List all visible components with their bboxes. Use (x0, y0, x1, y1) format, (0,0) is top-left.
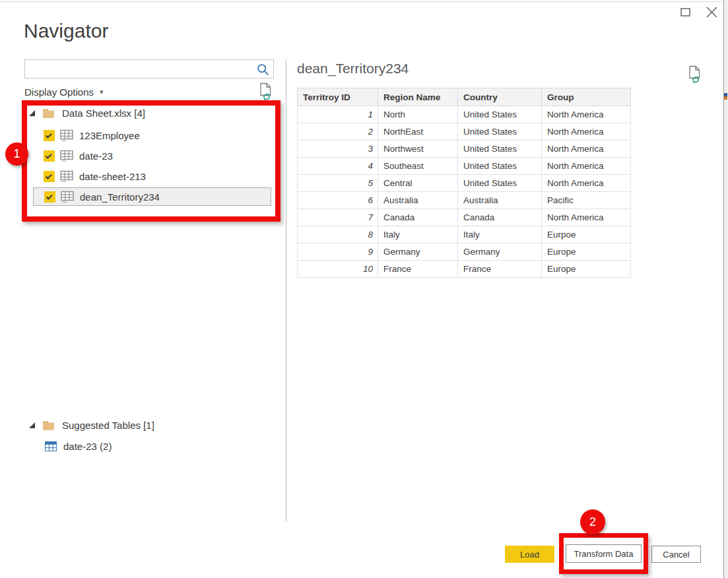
window-right-edge (723, 0, 728, 578)
annotation-badge-step1: 1 (5, 143, 28, 166)
column-header-country: Country (458, 88, 542, 106)
tree-item-date-23-suggested[interactable]: date-23 (2) (45, 441, 112, 452)
cell-country: Canada (458, 209, 542, 226)
page-title: Navigator (24, 20, 108, 42)
close-icon (706, 6, 718, 18)
table-row: 10 France France Europe (298, 261, 631, 278)
column-header-region-name: Region Name (378, 88, 458, 106)
cell-territory-id: 8 (298, 226, 378, 243)
table-row: 8 Italy Italy Eurpoe (298, 226, 631, 243)
cell-region-name: Australia (378, 192, 458, 209)
cell-region-name: France (378, 261, 458, 278)
chevron-down-icon: ▾ (100, 88, 104, 96)
cell-territory-id: 10 (298, 261, 378, 278)
search-input[interactable] (29, 61, 253, 77)
cell-group: Europe (542, 243, 631, 261)
window-top-border (0, 1, 723, 2)
cell-territory-id: 6 (298, 192, 378, 209)
expand-collapse-icon[interactable] (29, 422, 35, 428)
column-header-territory-id: Territroy ID (298, 88, 378, 106)
preview-title: dean_Territory234 (297, 61, 409, 77)
cell-region-name: Canada (378, 209, 458, 226)
cell-region-name: Southeast (378, 158, 458, 175)
display-options-label: Display Options (24, 86, 94, 98)
cell-territory-id: 3 (298, 141, 378, 158)
column-header-group: Group (542, 88, 631, 106)
annotation-badge-step2: 2 (580, 509, 605, 534)
table-row: 9 Germany Germany Europe (298, 243, 631, 261)
preview-table: Territroy ID Region Name Country Group 1… (297, 88, 631, 278)
cell-country: United States (458, 123, 542, 141)
cell-country: United States (458, 106, 542, 123)
cell-group: Pacific (542, 192, 631, 209)
cell-group: North America (542, 175, 631, 192)
cell-group: North America (542, 106, 631, 123)
cell-country: United States (458, 141, 542, 158)
table-header-row: Territroy ID Region Name Country Group (298, 88, 631, 106)
cell-country: France (458, 261, 542, 278)
load-button[interactable]: Load (505, 546, 554, 563)
cancel-button[interactable]: Cancel (651, 546, 701, 563)
annotation-box-step1 (22, 100, 281, 222)
maximize-icon (680, 7, 691, 17)
cell-country: Germany (458, 243, 542, 261)
navigator-dialog: Navigator Display Options ▾ (0, 0, 728, 578)
cell-country: Australia (458, 192, 542, 209)
cell-territory-id: 2 (298, 123, 378, 141)
cell-group: North America (542, 209, 631, 226)
table-row: 6 Australia Australia Pacific (298, 192, 631, 209)
table-icon (45, 441, 57, 451)
cell-region-name: Italy (378, 226, 458, 243)
table-row: 7 Canada Canada North America (298, 209, 631, 226)
cell-territory-id: 9 (298, 243, 378, 261)
cell-territory-id: 4 (298, 158, 378, 175)
cell-region-name: NorthEast (378, 123, 458, 141)
cell-country: Italy (458, 226, 542, 243)
cell-country: United States (458, 158, 542, 175)
refresh-preview-icon-right[interactable] (687, 65, 702, 86)
edge-scroll-marker-2 (724, 96, 727, 100)
cell-region-name: North (378, 106, 458, 123)
cell-group: Eurpoe (542, 226, 631, 243)
annotation-box-step2 (559, 533, 648, 574)
tree-node-suggested-tables[interactable]: Suggested Tables [1] (29, 420, 154, 431)
table-row: 1 North United States North America (298, 106, 631, 123)
cell-region-name: Northwest (378, 141, 458, 158)
cell-country: United States (458, 175, 542, 192)
pane-divider (286, 59, 286, 521)
cell-group: Europe (542, 261, 631, 278)
search-icon (256, 63, 270, 79)
preview-table-body: 1 North United States North America 2 No… (298, 106, 631, 278)
suggested-tables-label: Suggested Tables [1] (62, 420, 154, 431)
table-row: 4 Southeast United States North America (298, 158, 631, 175)
cell-territory-id: 1 (298, 106, 378, 123)
close-button[interactable] (703, 5, 720, 22)
cell-territory-id: 7 (298, 209, 378, 226)
cell-group: North America (542, 158, 631, 175)
maximize-button[interactable] (678, 6, 693, 20)
cell-group: North America (542, 123, 631, 141)
cell-territory-id: 5 (298, 175, 378, 192)
search-box (24, 59, 274, 79)
table-row: 3 Northwest United States North America (298, 141, 631, 158)
cell-region-name: Germany (378, 243, 458, 261)
table-row: 5 Central United States North America (298, 175, 631, 192)
display-options-dropdown[interactable]: Display Options ▾ (24, 86, 104, 98)
suggested-item-label: date-23 (2) (63, 441, 112, 452)
cell-group: North America (542, 141, 631, 158)
table-row: 2 NorthEast United States North America (298, 123, 631, 141)
cell-region-name: Central (378, 175, 458, 192)
folder-icon (42, 420, 55, 431)
